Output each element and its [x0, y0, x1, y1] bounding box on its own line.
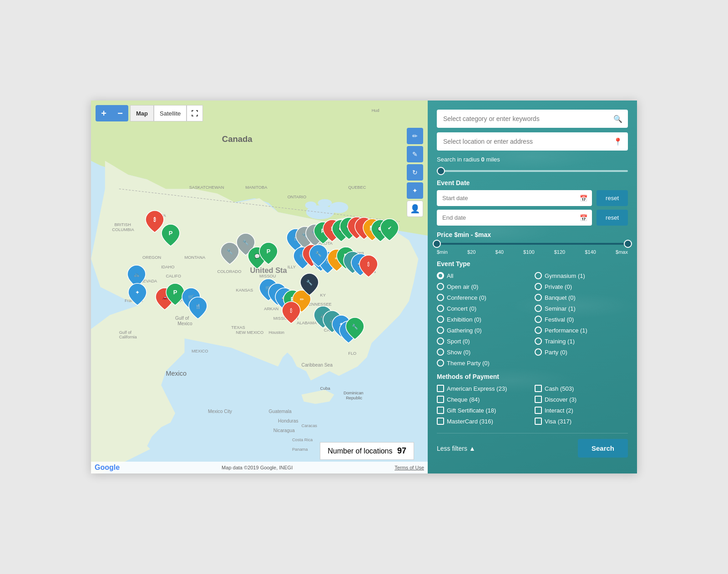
- payment-gift-label: Gift Sertificate (18): [447, 407, 496, 414]
- event-date-label: Event Date: [437, 179, 628, 186]
- sparkle-tool-button[interactable]: ✦: [407, 182, 423, 199]
- checkbox-cheque[interactable]: [437, 396, 444, 403]
- radio-sport[interactable]: [437, 337, 444, 345]
- payment-cheque[interactable]: Cheque (84): [437, 395, 530, 404]
- payment-discover[interactable]: Discover (3): [535, 395, 628, 404]
- payment-cash[interactable]: Cash (503): [535, 384, 628, 393]
- event-type-private[interactable]: Private (0): [535, 282, 628, 291]
- svg-text:KY: KY: [320, 293, 326, 297]
- radius-value: 0: [481, 156, 485, 163]
- event-type-theme-party[interactable]: Theme Party (0): [437, 358, 530, 368]
- zoom-in-button[interactable]: +: [96, 105, 112, 121]
- less-filters-button[interactable]: Less filters ▲: [437, 445, 475, 452]
- checkbox-cash[interactable]: [535, 385, 542, 392]
- svg-text:Mexico: Mexico: [166, 370, 187, 377]
- checkbox-interact[interactable]: [535, 407, 542, 414]
- svg-text:CAROLINA: CAROLINA: [324, 328, 346, 332]
- radio-show[interactable]: [437, 348, 444, 356]
- svg-text:ARKAN: ARKAN: [264, 307, 278, 311]
- event-type-seminar[interactable]: Seminar (1): [535, 304, 628, 313]
- payment-gift[interactable]: Gift Sertificate (18): [437, 406, 530, 415]
- checkbox-amex[interactable]: [437, 385, 444, 392]
- location-count-label: Number of locations: [328, 447, 392, 455]
- event-type-show[interactable]: Show (0): [437, 347, 530, 357]
- event-type-open-air[interactable]: Open air (0): [437, 282, 530, 291]
- radio-gymnasium[interactable]: [535, 272, 542, 279]
- event-type-all[interactable]: All: [437, 271, 530, 280]
- svg-text:INDI: INDI: [315, 265, 324, 269]
- start-date-input[interactable]: [437, 190, 592, 206]
- zoom-out-button[interactable]: −: [112, 105, 128, 121]
- event-type-sport-label: Sport (0): [447, 338, 470, 345]
- location-icon: 📍: [613, 137, 622, 146]
- event-type-party[interactable]: Party (0): [535, 347, 628, 357]
- edit-tool-button[interactable]: ✎: [407, 146, 423, 162]
- checkbox-mastercard[interactable]: [437, 418, 444, 425]
- radio-seminar[interactable]: [535, 305, 542, 312]
- map-copyright: Map data ©2019 Google, INEGI: [222, 465, 293, 470]
- radio-banquet[interactable]: [535, 294, 542, 301]
- price-min-thumb[interactable]: [433, 240, 441, 248]
- event-type-open-air-label: Open air (0): [447, 283, 478, 290]
- payment-interact[interactable]: Interact (2): [535, 406, 628, 415]
- map-terms[interactable]: Terms of Use: [394, 465, 424, 470]
- avatar-button[interactable]: 👤: [407, 201, 423, 217]
- radio-exhibition[interactable]: [437, 316, 444, 323]
- fullscreen-button[interactable]: [187, 105, 203, 121]
- radio-training[interactable]: [535, 337, 542, 345]
- svg-text:Mexico City: Mexico City: [208, 409, 233, 414]
- end-date-reset-button[interactable]: reset: [597, 210, 628, 226]
- event-type-festival[interactable]: Festival (0): [535, 315, 628, 324]
- draw-tool-button[interactable]: ✏: [407, 128, 423, 144]
- event-type-performance[interactable]: Performance (1): [535, 326, 628, 335]
- checkbox-gift[interactable]: [437, 407, 444, 414]
- end-date-row: 📅 reset: [437, 210, 628, 226]
- category-search-input[interactable]: [437, 110, 628, 128]
- svg-text:TENNE: TENNE: [288, 293, 302, 297]
- radio-all[interactable]: [437, 272, 444, 279]
- radio-gathering[interactable]: [437, 327, 444, 334]
- main-container: Canada United Sta Mexico Mexico City Gul…: [91, 101, 637, 473]
- event-type-conference[interactable]: Conference (0): [437, 293, 530, 302]
- svg-text:San: San: [128, 293, 136, 297]
- checkbox-visa[interactable]: [535, 418, 542, 425]
- payment-mastercard[interactable]: MasterCard (316): [437, 417, 530, 426]
- event-type-gathering[interactable]: Gathering (0): [437, 326, 530, 335]
- checkbox-discover[interactable]: [535, 396, 542, 403]
- start-date-reset-button[interactable]: reset: [597, 190, 628, 206]
- event-type-concert[interactable]: Concert (0): [437, 304, 530, 313]
- event-type-show-label: Show (0): [447, 349, 470, 356]
- price-max-thumb[interactable]: [624, 240, 632, 248]
- event-type-gymnasium[interactable]: Gymnasium (1): [535, 271, 628, 280]
- radius-section: Search in radius 0 miles: [437, 156, 628, 174]
- end-date-input[interactable]: [437, 210, 592, 226]
- radius-label: Search in radius 0 miles: [437, 156, 628, 163]
- payment-visa[interactable]: Visa (317): [535, 417, 628, 426]
- radio-festival[interactable]: [535, 316, 542, 323]
- radio-concert[interactable]: [437, 305, 444, 312]
- footer-row: Less filters ▲ Search: [437, 433, 628, 458]
- search-button[interactable]: Search: [578, 439, 628, 458]
- map-view-button[interactable]: Map: [130, 105, 154, 121]
- location-search-wrap: 📍: [437, 132, 628, 151]
- refresh-tool-button[interactable]: ↻: [407, 164, 423, 181]
- radio-conference[interactable]: [437, 294, 444, 301]
- event-type-sport[interactable]: Sport (0): [437, 337, 530, 346]
- radio-private[interactable]: [535, 283, 542, 290]
- satellite-view-button[interactable]: Satellite: [154, 105, 187, 121]
- radius-slider[interactable]: [437, 170, 628, 172]
- radio-performance[interactable]: [535, 327, 542, 334]
- svg-text:Caribbean Sea: Caribbean Sea: [302, 363, 333, 368]
- event-type-exhibition[interactable]: Exhibition (0): [437, 315, 530, 324]
- location-search-input[interactable]: [437, 132, 628, 151]
- radio-party[interactable]: [535, 348, 542, 356]
- map-section: Canada United Sta Mexico Mexico City Gul…: [91, 101, 428, 473]
- radio-open-air[interactable]: [437, 283, 444, 290]
- payment-amex[interactable]: American Express (23): [437, 384, 530, 393]
- event-type-banquet[interactable]: Banquet (0): [535, 293, 628, 302]
- svg-text:NORTH: NORTH: [320, 312, 335, 316]
- event-type-training[interactable]: Training (1): [535, 337, 628, 346]
- payment-amex-label: American Express (23): [447, 385, 507, 392]
- radio-theme-party[interactable]: [437, 359, 444, 367]
- svg-text:VA: VA: [353, 265, 359, 269]
